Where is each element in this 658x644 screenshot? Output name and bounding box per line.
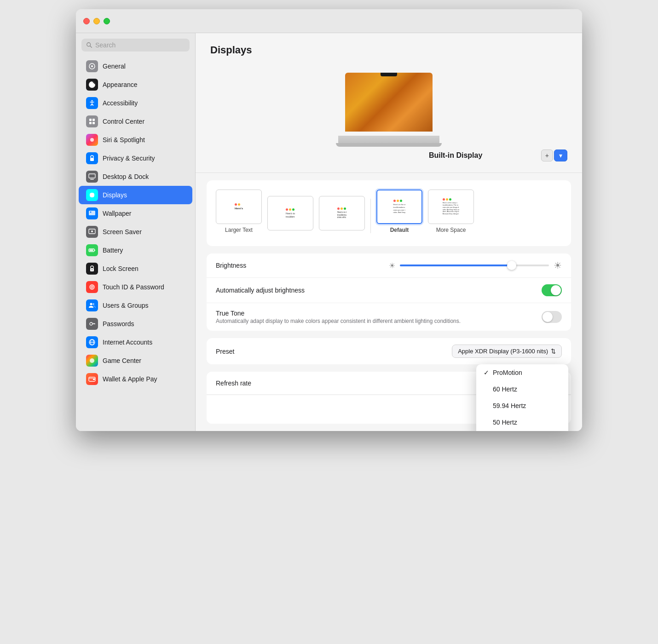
- main-window: Search General: [76, 9, 582, 431]
- sidebar-item-accessibility[interactable]: Accessibility: [79, 94, 192, 112]
- sidebar-item-passwords[interactable]: Passwords: [79, 315, 192, 333]
- sidebar-item-lock-screen[interactable]: Lock Screen: [79, 259, 192, 278]
- res-option-more-space[interactable]: Here's to the crazy otroublemakers. The …: [428, 190, 474, 233]
- svg-point-10: [90, 138, 94, 142]
- sidebar-item-game-center[interactable]: Game Center: [79, 351, 192, 370]
- sidebar-item-displays[interactable]: Displays: [79, 186, 192, 204]
- res-option-larger-text[interactable]: Here's Larger Text: [216, 190, 262, 233]
- sidebar-label-control-center: Control Center: [103, 118, 144, 125]
- touch-id-icon: [86, 281, 98, 293]
- true-tone-knob: [543, 312, 553, 322]
- dropdown-item-48hz[interactable]: 48 Hertz: [476, 431, 568, 431]
- wallet-icon: [86, 373, 98, 385]
- sidebar-item-screen-saver[interactable]: Screen Saver: [79, 223, 192, 241]
- macbook-screen: [345, 73, 433, 132]
- sidebar-item-control-center[interactable]: Control Center: [79, 112, 192, 131]
- resolution-divider: [370, 199, 371, 233]
- dropdown-item-60hz[interactable]: 60 Hertz: [476, 381, 568, 397]
- dropdown-item-promotion[interactable]: ✓ ProMotion: [476, 364, 568, 381]
- auto-brightness-knob: [551, 285, 561, 295]
- sidebar-label-touch-id: Touch ID & Password: [103, 283, 164, 291]
- sidebar-label-accessibility: Accessibility: [103, 99, 138, 107]
- svg-point-5: [92, 100, 93, 102]
- dropdown-label-5994hz: 59.94 Hertz: [493, 402, 526, 409]
- sidebar-label-siri: Siri & Spotlight: [103, 136, 145, 144]
- macbook-base: [336, 143, 442, 147]
- preset-select[interactable]: Apple XDR Display (P3-1600 nits) ⇅: [452, 345, 562, 358]
- search-icon: [86, 42, 92, 48]
- svg-point-24: [92, 270, 92, 270]
- svg-point-17: [90, 212, 92, 213]
- close-button[interactable]: [83, 18, 90, 24]
- preset-row: Preset Apple XDR Display (P3-1600 nits) …: [207, 338, 571, 364]
- refresh-rate-dropdown: ✓ ProMotion 60 Hertz 59.94 Hertz 50 Hert…: [476, 364, 568, 431]
- true-tone-toggle[interactable]: [542, 311, 562, 323]
- add-display-button[interactable]: +: [541, 150, 553, 161]
- search-placeholder: Search: [95, 41, 115, 49]
- control-center-icon: [86, 115, 98, 127]
- display-dropdown-button[interactable]: ▾: [554, 150, 567, 161]
- page-title: Displays: [210, 44, 567, 56]
- svg-point-19: [91, 230, 93, 232]
- sidebar-item-siri[interactable]: Siri & Spotlight: [79, 131, 192, 149]
- appearance-icon: [86, 79, 98, 91]
- svg-point-28: [90, 303, 92, 305]
- true-tone-row: True Tone Automatically adapt display to…: [207, 303, 571, 331]
- maximize-button[interactable]: [104, 18, 110, 24]
- brightness-label: Brightness: [216, 262, 389, 269]
- sidebar-item-desktop-dock[interactable]: Desktop & Dock: [79, 167, 192, 186]
- res-preview-larger-text: Here's: [216, 190, 262, 224]
- true-tone-label: True Tone: [216, 310, 542, 317]
- svg-point-29: [92, 303, 94, 305]
- sidebar-label-appearance: Appearance: [103, 81, 138, 88]
- dropdown-label-60hz: 60 Hertz: [493, 385, 517, 393]
- internet-accounts-icon: [86, 336, 98, 348]
- dropdown-item-50hz[interactable]: 50 Hertz: [476, 414, 568, 431]
- res-label-default: Default: [390, 227, 409, 233]
- res-label-more-space: More Space: [436, 227, 466, 233]
- search-box[interactable]: Search: [81, 39, 190, 52]
- accessibility-icon: [86, 97, 98, 109]
- passwords-icon: [86, 318, 98, 330]
- sidebar-item-privacy[interactable]: Privacy & Security: [79, 149, 192, 167]
- true-tone-sublabel: Automatically adapt display to make colo…: [216, 318, 542, 324]
- svg-rect-21: [94, 250, 95, 251]
- sidebar-label-internet-accounts: Internet Accounts: [103, 339, 152, 346]
- sidebar-label-general: General: [103, 63, 126, 70]
- brightness-thumb[interactable]: [507, 261, 516, 270]
- res-option-3[interactable]: Here's to ttroublemaones who: [319, 196, 365, 233]
- svg-point-30: [90, 322, 92, 325]
- res-preview-2: Here's totroublem: [267, 196, 313, 230]
- panel-header: Displays: [196, 33, 582, 63]
- res-option-default[interactable]: Here's to the crtroublemakers.ones you s…: [376, 190, 422, 233]
- preset-value: Apple XDR Display (P3-1600 nits): [458, 348, 548, 355]
- minimize-button[interactable]: [93, 18, 100, 24]
- sidebar-item-general[interactable]: General: [79, 57, 192, 75]
- main-content: Search General: [76, 33, 582, 431]
- desktop-dock-icon: [86, 171, 98, 183]
- res-option-2[interactable]: Here's totroublem: [267, 196, 313, 233]
- sidebar-item-internet-accounts[interactable]: Internet Accounts: [79, 333, 192, 351]
- siri-icon: [86, 134, 98, 146]
- sidebar-label-users-groups: Users & Groups: [103, 302, 149, 309]
- sidebar-item-wallpaper[interactable]: Wallpaper: [79, 204, 192, 223]
- promotion-check: ✓: [484, 369, 493, 376]
- sidebar-item-touch-id[interactable]: Touch ID & Password: [79, 278, 192, 296]
- sidebar-label-lock-screen: Lock Screen: [103, 265, 139, 272]
- auto-brightness-toggle[interactable]: [542, 284, 562, 296]
- lock-screen-icon: [86, 263, 98, 275]
- sidebar-item-users-groups[interactable]: Users & Groups: [79, 296, 192, 315]
- svg-rect-13: [90, 179, 94, 180]
- sidebar-label-privacy: Privacy & Security: [103, 155, 155, 162]
- brightness-slider[interactable]: [400, 264, 549, 266]
- sidebar-item-appearance[interactable]: Appearance: [79, 75, 192, 94]
- resolution-section: Here's Larger Text: [207, 180, 571, 246]
- sidebar-label-game-center: Game Center: [103, 357, 141, 364]
- sidebar-item-wallet[interactable]: Wallet & Apple Pay: [79, 370, 192, 388]
- display-name: Built-in Display: [375, 151, 535, 160]
- sidebar-item-battery[interactable]: Battery: [79, 241, 192, 259]
- brightness-fill: [400, 264, 512, 266]
- macbook-notch: [381, 73, 397, 76]
- dropdown-item-5994hz[interactable]: 59.94 Hertz: [476, 397, 568, 414]
- svg-point-27: [92, 287, 92, 288]
